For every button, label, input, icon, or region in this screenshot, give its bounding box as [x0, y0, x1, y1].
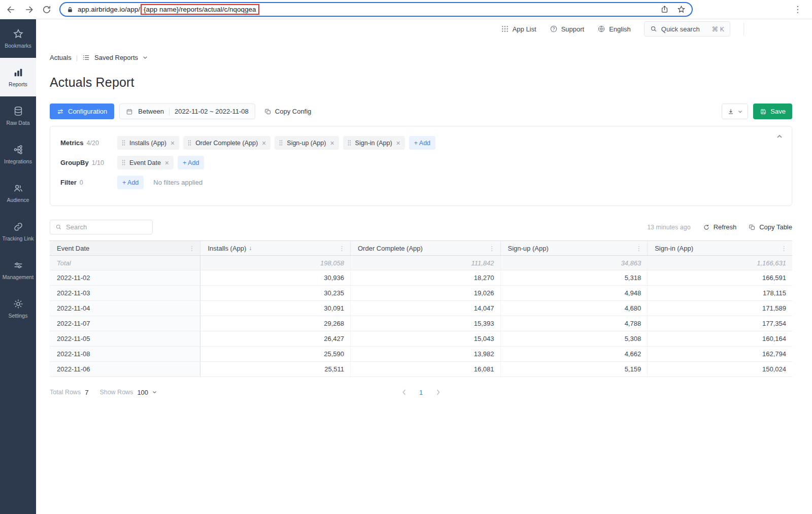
metrics-row: Metrics4/20 Installs (App) × Order Compl…	[60, 136, 782, 150]
quick-search[interactable]: Quick search ⌘ K	[644, 21, 730, 37]
sidebar-item-bookmarks[interactable]: Bookmarks	[0, 19, 36, 58]
pagination: 1	[402, 389, 440, 396]
remove-chip-icon[interactable]: ×	[262, 140, 266, 147]
sidebar-item-reports[interactable]: Reports	[0, 58, 36, 96]
column-header-sign-up[interactable]: Sign-up (App)⋮	[500, 241, 648, 256]
column-menu-icon[interactable]: ⋮	[339, 245, 345, 252]
column-header-sign-in[interactable]: Sign-in (App)⋮	[648, 241, 792, 256]
table-row: 2022-11-04 30,091 14,047 4,680 171,589	[50, 301, 792, 316]
search-icon	[55, 224, 62, 230]
table-row: 2022-11-02 30,936 18,270 5,318 166,591	[50, 270, 792, 286]
copy-table-button[interactable]: Copy Table	[749, 223, 792, 231]
drag-handle-icon[interactable]	[279, 140, 283, 146]
gear-icon	[13, 298, 24, 310]
remove-chip-icon[interactable]: ×	[330, 140, 334, 147]
drag-handle-icon[interactable]	[348, 140, 351, 146]
app-list-button[interactable]: App List	[501, 25, 536, 33]
calendar-icon	[126, 108, 133, 115]
chevron-down-icon[interactable]	[143, 56, 148, 59]
download-icon	[727, 108, 734, 115]
column-menu-icon[interactable]: ⋮	[781, 245, 787, 252]
table-row: 2022-11-03 30,235 19,026 4,948 178,115	[50, 286, 792, 301]
sidebar: Bookmarks Reports Raw Data Integrations …	[0, 19, 36, 514]
browser-menu-icon[interactable]: ⋮	[789, 4, 806, 15]
sidebar-item-audience[interactable]: Audience	[0, 174, 36, 212]
table-row: 2022-11-08 25,590 13,982 4,662 162,794	[50, 347, 792, 362]
language-button[interactable]: English	[597, 25, 631, 33]
add-metric-button[interactable]: + Add	[409, 136, 435, 150]
question-icon	[550, 25, 558, 33]
shortcut-badge: ⌘ K	[712, 25, 724, 33]
drag-handle-icon[interactable]	[122, 140, 125, 146]
grid-icon	[501, 25, 509, 33]
metric-chip[interactable]: Order Complete (App) ×	[183, 136, 270, 150]
metric-chip[interactable]: Sign-up (App) ×	[275, 136, 339, 150]
support-button[interactable]: Support	[550, 25, 585, 33]
refresh-button[interactable]: Refresh	[703, 223, 737, 231]
save-button[interactable]: Save	[753, 104, 792, 119]
search-icon	[650, 25, 657, 32]
table-total-row: Total 198,058 111,842 34,863 1,166,631	[50, 256, 792, 270]
table-row: 2022-11-06 25,511 16,081 5,159 150,024	[50, 362, 792, 377]
sort-desc-icon[interactable]: ↓	[249, 245, 252, 252]
add-filter-button[interactable]: + Add	[117, 176, 144, 189]
show-rows-value: 100	[137, 389, 148, 396]
prev-page-icon[interactable]	[402, 389, 406, 395]
bookmark-star-icon[interactable]	[677, 5, 686, 14]
metric-chip[interactable]: Sign-in (App) ×	[343, 136, 405, 150]
browser-chrome: app.airbridge.io/app/{app name}/reports/…	[0, 0, 812, 19]
link-icon	[13, 221, 24, 232]
table-row: 2022-11-05 26,427 15,043 5,308 160,164	[50, 331, 792, 347]
column-menu-icon[interactable]: ⋮	[489, 245, 495, 252]
sidebar-item-settings[interactable]: Settings	[0, 289, 36, 328]
sidebar-item-integrations[interactable]: Integrations	[0, 135, 36, 174]
chevron-down-icon	[152, 391, 157, 394]
audience-icon	[13, 183, 24, 194]
metrics-count: 4/20	[87, 140, 99, 147]
sidebar-item-raw-data[interactable]: Raw Data	[0, 96, 36, 135]
forward-icon[interactable]	[24, 5, 34, 15]
date-range-value: 2022-11-02 ~ 2022-11-08	[175, 108, 249, 115]
share-icon[interactable]	[660, 5, 669, 14]
last-updated-text: 13 minutes ago	[647, 224, 690, 231]
column-header-installs[interactable]: Installs (App)↓⋮	[200, 241, 351, 256]
column-menu-icon[interactable]: ⋮	[188, 245, 195, 252]
drag-handle-icon[interactable]	[122, 159, 125, 166]
collapse-panel-icon[interactable]	[776, 134, 783, 139]
download-button[interactable]	[722, 104, 748, 119]
remove-chip-icon[interactable]: ×	[396, 140, 400, 147]
url-highlight-box: {app name}/reports/actual/c/nqoqgea	[141, 4, 259, 15]
next-page-icon[interactable]	[436, 389, 440, 395]
date-range-picker[interactable]: Between 2022-11-02 ~ 2022-11-08	[119, 104, 255, 119]
saved-reports-dropdown[interactable]: Saved Reports	[94, 54, 138, 61]
add-groupby-button[interactable]: + Add	[178, 156, 204, 169]
sidebar-item-label: Tracking Link	[2, 235, 33, 242]
column-menu-icon[interactable]: ⋮	[635, 245, 642, 252]
metric-chip[interactable]: Installs (App) ×	[117, 136, 179, 150]
reload-icon[interactable]	[42, 5, 52, 15]
sidebar-item-label: Settings	[9, 313, 28, 319]
table-row: 2022-11-07 29,268 15,393 4,788 177,354	[50, 316, 792, 331]
copy-config-button[interactable]: Copy Config	[264, 108, 312, 115]
column-header-event-date[interactable]: Event Date⋮	[50, 241, 200, 256]
config-sliders-icon	[57, 108, 64, 115]
breadcrumb-section[interactable]: Actuals	[50, 54, 72, 61]
back-icon[interactable]	[6, 5, 16, 15]
table-search[interactable]	[50, 220, 153, 234]
column-header-order-complete[interactable]: Order Complete (App)⋮	[351, 241, 501, 256]
remove-chip-icon[interactable]: ×	[165, 159, 169, 166]
globe-icon	[597, 25, 605, 33]
sidebar-item-management[interactable]: Management	[0, 251, 36, 289]
show-rows-select[interactable]: Show Rows 100	[99, 389, 157, 396]
search-input[interactable]	[66, 223, 147, 231]
current-page[interactable]: 1	[419, 389, 423, 396]
remove-chip-icon[interactable]: ×	[171, 140, 175, 147]
groupby-chip[interactable]: Event Date ×	[117, 156, 174, 169]
url-bar[interactable]: app.airbridge.io/app/{app name}/reports/…	[59, 2, 693, 17]
url-text: app.airbridge.io/app/{app name}/reports/…	[78, 4, 259, 15]
copy-icon	[749, 224, 756, 231]
sidebar-item-label: Management	[3, 274, 33, 280]
sidebar-item-tracking-link[interactable]: Tracking Link	[0, 212, 36, 251]
drag-handle-icon[interactable]	[188, 140, 191, 146]
configuration-button[interactable]: Configuration	[50, 104, 114, 119]
